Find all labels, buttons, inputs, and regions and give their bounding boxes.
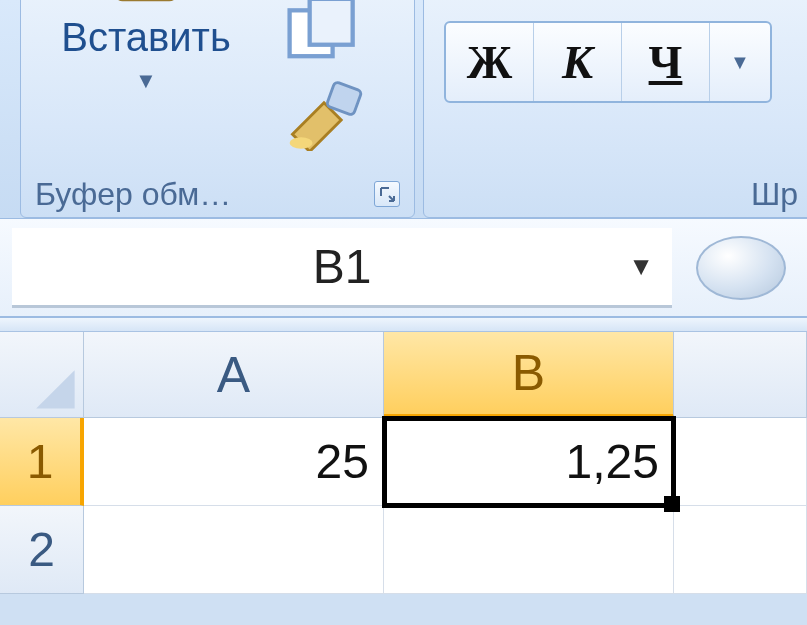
- bold-button[interactable]: Ж: [446, 23, 534, 101]
- italic-button[interactable]: К: [534, 23, 622, 101]
- copy-icon[interactable]: [281, 0, 367, 63]
- dialog-launcher-icon[interactable]: [374, 181, 400, 207]
- clipboard-group-label: Буфер обм…: [35, 176, 231, 213]
- svg-point-6: [290, 137, 313, 148]
- column-headers: A B: [0, 332, 807, 418]
- worksheet[interactable]: A B 1 25 1,25 2: [0, 332, 807, 594]
- chevron-down-icon[interactable]: ▼: [710, 23, 770, 101]
- font-group-label: Шр: [751, 176, 798, 213]
- cell-A1[interactable]: 25: [84, 418, 384, 506]
- table-row: 1 25 1,25: [0, 418, 807, 506]
- cell-B1[interactable]: 1,25: [384, 418, 674, 506]
- font-group: Ж К Ч ▼ Шр: [423, 0, 807, 218]
- format-painter-icon[interactable]: [281, 81, 367, 147]
- paste-button[interactable]: Вставить ▼: [31, 0, 261, 94]
- cell-A2[interactable]: [84, 506, 384, 594]
- svg-rect-4: [310, 0, 353, 44]
- clipboard-group: Вставить ▼ Буфер обм…: [20, 0, 415, 218]
- row-header-2[interactable]: 2: [0, 506, 84, 594]
- select-all-corner[interactable]: [0, 332, 84, 418]
- name-box[interactable]: B1 ▼: [12, 228, 672, 308]
- divider: [0, 318, 807, 332]
- cell-B2[interactable]: [384, 506, 674, 594]
- column-header-A[interactable]: A: [84, 332, 384, 418]
- font-style-buttons: Ж К Ч ▼: [444, 21, 772, 103]
- cell-C2[interactable]: [674, 506, 807, 594]
- row-header-1[interactable]: 1: [0, 418, 84, 506]
- chevron-down-icon[interactable]: ▼: [135, 68, 157, 94]
- paste-icon: [96, 0, 196, 13]
- column-header-C[interactable]: [674, 332, 807, 418]
- paste-label: Вставить: [61, 15, 231, 60]
- fx-button[interactable]: [696, 236, 786, 300]
- column-header-B[interactable]: B: [384, 332, 674, 418]
- cell-C1[interactable]: [674, 418, 807, 506]
- formula-bar-row: B1 ▼: [0, 218, 807, 318]
- cell-value: 1,25: [566, 434, 659, 489]
- fill-handle[interactable]: [664, 496, 680, 512]
- underline-button[interactable]: Ч: [622, 23, 710, 101]
- chevron-down-icon[interactable]: ▼: [628, 251, 654, 282]
- ribbon: Вставить ▼ Буфер обм… Ж К: [0, 0, 807, 218]
- name-box-value: B1: [313, 239, 372, 294]
- table-row: 2: [0, 506, 807, 594]
